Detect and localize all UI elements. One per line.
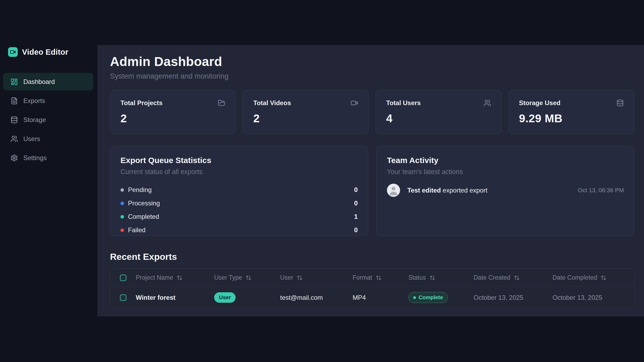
recent-exports-title: Recent Exports [110, 252, 634, 262]
export-queue-card: Export Queue Statistics Current status o… [110, 146, 368, 236]
table-row[interactable]: Winter forest User test@mail.com MP4 Com… [110, 287, 634, 308]
queue-row-processing: Processing 0 [120, 197, 358, 210]
row-checkbox-cell [110, 294, 136, 301]
team-activity-card: Team Activity Your team's latest actions… [376, 146, 634, 236]
completed-dot [120, 215, 124, 219]
select-all-cell [110, 275, 136, 281]
avatar [387, 184, 400, 197]
sidebar-item-settings[interactable]: Settings [3, 149, 93, 167]
stat-card-storage-used: Storage Used 9.29 MB [508, 90, 634, 134]
stat-value: 2 [253, 112, 358, 125]
row-checkbox[interactable] [120, 294, 126, 301]
card-title: Team Activity [387, 156, 624, 165]
stat-card-total-projects: Total Projects 2 [110, 90, 236, 134]
stat-label: Total Projects [120, 99, 163, 107]
queue-label: Failed [128, 226, 145, 234]
sort-arrows-icon [514, 275, 520, 281]
queue-label: Processing [128, 200, 160, 207]
users-icon [484, 99, 491, 107]
status-badge: Complete [408, 292, 448, 303]
sort-arrows-icon [297, 275, 303, 281]
recent-exports-table: Project Name User Type User Format Statu… [110, 268, 634, 308]
date-created-cell: October 13, 2025 [474, 294, 552, 301]
project-name-cell: Winter forest [136, 294, 214, 301]
page-title: Admin Dashboard [110, 54, 634, 69]
stat-label: Storage Used [519, 99, 561, 107]
queue-row-pending: Pending 0 [120, 183, 358, 197]
stat-value: 9.29 MB [519, 112, 624, 125]
format-cell: MP4 [353, 294, 408, 301]
queue-row-failed: Failed 0 [120, 223, 358, 237]
stat-value: 4 [386, 112, 491, 125]
column-header-user[interactable]: User [280, 274, 353, 281]
queue-value: 0 [354, 186, 358, 194]
column-header-date-created[interactable]: Date Created [474, 274, 552, 281]
stats-row: Total Projects 2 Total Videos 2 Total Us… [110, 90, 634, 134]
column-header-format[interactable]: Format [353, 274, 408, 281]
sidebar-item-dashboard[interactable]: Dashboard [3, 73, 93, 90]
stat-card-total-users: Total Users 4 [376, 90, 502, 134]
stat-label: Total Videos [253, 99, 291, 107]
folder-open-icon [218, 99, 225, 107]
queue-value: 1 [354, 213, 358, 220]
layout-dashboard-icon [10, 78, 18, 86]
sort-arrows-icon [246, 275, 251, 281]
app-title: Video Editor [22, 48, 68, 57]
users-icon [10, 135, 18, 143]
page-subtitle: System management and monitoring [110, 72, 634, 80]
sidebar-item-exports[interactable]: Exports [3, 92, 93, 109]
gear-icon [10, 154, 18, 162]
status-dot [413, 296, 416, 299]
file-text-icon [10, 97, 18, 105]
sidebar-nav: Dashboard Exports Storage Users Settings [3, 73, 93, 167]
queue-list: Pending 0 Processing 0 Completed [120, 183, 358, 237]
sidebar-item-label: Storage [23, 116, 46, 124]
stat-label: Total Users [386, 99, 421, 107]
select-all-checkbox[interactable] [120, 275, 126, 281]
app-logo: Video Editor [8, 47, 97, 57]
queue-label: Pending [128, 186, 152, 194]
sort-arrows-icon [429, 275, 435, 281]
column-header-user-type[interactable]: User Type [214, 274, 280, 281]
activity-text: Test edited exported export [407, 187, 487, 194]
table-header-row: Project Name User Type User Format Statu… [110, 269, 634, 287]
sort-arrows-icon [376, 275, 382, 281]
video-camera-icon [8, 47, 18, 57]
main-content: Admin Dashboard System management and mo… [97, 45, 644, 316]
user-cell: test@mail.com [280, 294, 353, 301]
sidebar-item-label: Exports [23, 97, 45, 105]
sort-arrows-icon [177, 275, 182, 281]
card-subtitle: Current status of all exports [120, 168, 358, 176]
sidebar-item-label: Users [23, 135, 40, 143]
stat-value: 2 [120, 112, 225, 125]
column-header-status[interactable]: Status [408, 274, 474, 281]
processing-dot [120, 202, 124, 205]
column-header-project-name[interactable]: Project Name [136, 274, 214, 281]
queue-row-completed: Completed 1 [120, 210, 358, 223]
user-type-badge: User [214, 292, 236, 303]
queue-label: Completed [128, 213, 159, 220]
status-cell: Complete [408, 292, 474, 303]
database-icon [10, 116, 18, 124]
sidebar: Video Editor Dashboard Exports Storage U… [0, 0, 97, 362]
activity-actor-action: Test edited [407, 187, 441, 194]
sort-arrows-icon [601, 275, 606, 281]
sidebar-item-users[interactable]: Users [3, 130, 93, 147]
video-camera-icon [351, 99, 358, 107]
sidebar-item-storage[interactable]: Storage [3, 111, 93, 128]
middle-row: Export Queue Statistics Current status o… [110, 146, 634, 236]
sidebar-item-label: Dashboard [23, 78, 55, 86]
activity-item: Test edited exported export Oct 13, 06:3… [387, 184, 624, 197]
activity-timestamp: Oct 13, 06:36 PM [578, 187, 624, 194]
queue-value: 0 [354, 200, 358, 207]
database-icon [616, 99, 624, 107]
card-subtitle: Your team's latest actions [387, 168, 624, 176]
failed-dot [120, 228, 124, 232]
user-type-cell: User [214, 292, 280, 303]
card-title: Export Queue Statistics [120, 156, 358, 165]
stat-card-total-videos: Total Videos 2 [243, 90, 369, 134]
date-completed-cell: October 13, 2025 [552, 294, 634, 301]
activity-detail: exported export [443, 187, 488, 194]
sidebar-item-label: Settings [23, 154, 47, 162]
column-header-date-completed[interactable]: Date Completed [552, 274, 634, 281]
